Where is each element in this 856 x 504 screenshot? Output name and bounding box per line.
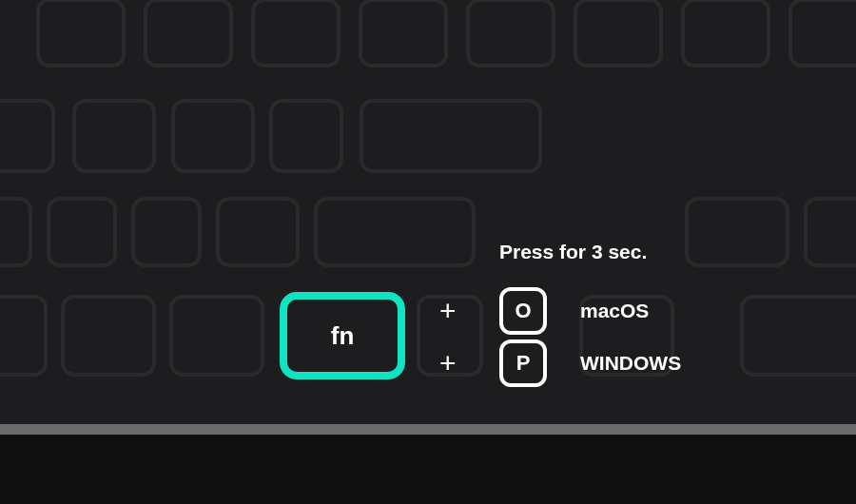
instruction-text: Press for 3 sec. <box>499 241 647 263</box>
bg-key <box>466 0 555 68</box>
bg-key <box>0 99 55 173</box>
bg-key <box>131 197 202 267</box>
bg-key <box>269 99 343 173</box>
bg-key <box>72 99 156 173</box>
bg-key <box>47 197 117 267</box>
fn-key-label: fn <box>331 321 355 351</box>
bg-key <box>251 0 340 68</box>
bg-key <box>169 295 264 377</box>
bg-key <box>681 0 770 68</box>
os-label-macos: macOS <box>580 300 649 322</box>
bg-key <box>788 0 856 68</box>
bg-key <box>314 197 476 267</box>
bg-key <box>216 197 300 267</box>
bg-key <box>359 0 448 68</box>
key-o-label: O <box>515 299 531 323</box>
bg-key <box>574 0 663 68</box>
fn-key: fn <box>280 292 405 379</box>
bg-key <box>144 0 233 68</box>
plus-icon: + <box>439 349 457 378</box>
os-label-windows: WINDOWS <box>580 352 681 375</box>
plus-icon: + <box>439 297 457 325</box>
bg-key <box>685 197 789 267</box>
footer-strip <box>0 435 856 504</box>
key-o: O <box>499 287 547 335</box>
bg-key <box>171 99 255 173</box>
bg-key <box>36 0 126 68</box>
bg-key <box>0 197 32 267</box>
separator-bar <box>0 424 856 435</box>
bg-key <box>740 295 856 377</box>
key-p-label: P <box>516 351 531 376</box>
bg-key <box>61 295 156 377</box>
key-p: P <box>499 339 547 387</box>
bg-key <box>360 99 542 173</box>
bg-key <box>0 295 48 377</box>
bg-key <box>804 197 856 267</box>
